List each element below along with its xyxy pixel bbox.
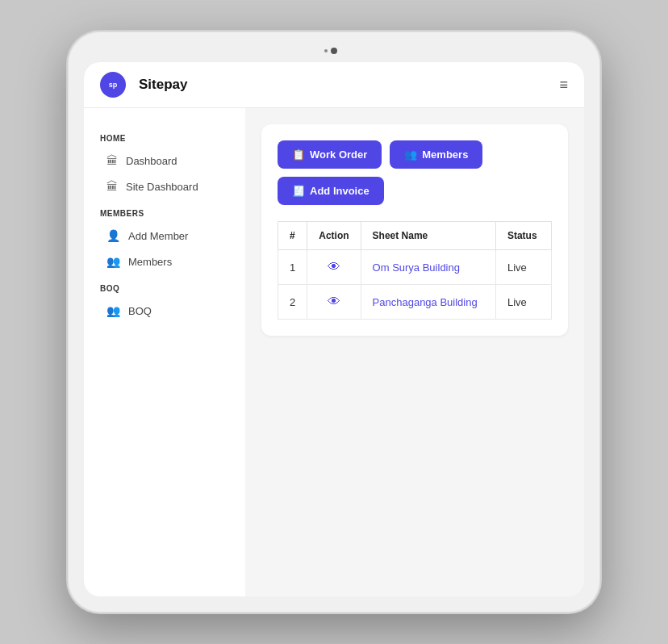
boq-icon: 👥 <box>106 304 120 317</box>
sidebar-item-site-dashboard[interactable]: 🏛 Site Dashboard <box>84 174 245 199</box>
main-layout: HOME 🏛 Dashboard 🏛 Site Dashboard MEMBER… <box>84 108 584 596</box>
col-header-action: Action <box>307 222 361 250</box>
site-dashboard-icon: 🏛 <box>106 180 118 193</box>
members-btn-icon: 👥 <box>404 148 417 161</box>
sheet-name-link[interactable]: Panchaganga Building <box>373 296 478 308</box>
camera <box>331 48 337 54</box>
sheet-name-link[interactable]: Om Surya Building <box>373 261 460 274</box>
col-header-num: # <box>278 222 307 250</box>
work-order-icon: 📋 <box>292 148 305 161</box>
action-buttons: 📋 Work Order 👥 Members 🧾 Add Invoice <box>278 140 552 205</box>
top-nav: sp Sitepay ≡ <box>84 62 584 108</box>
view-icon[interactable]: 👁 <box>328 295 340 308</box>
members-button[interactable]: 👥 Members <box>390 140 482 169</box>
data-table: # Action Sheet Name Status 1 👁 <box>278 221 552 320</box>
sidebar-item-label: BOQ <box>128 305 152 317</box>
view-icon[interactable]: 👁 <box>328 260 340 274</box>
col-header-status: Status <box>495 222 551 250</box>
sidebar-item-label: Members <box>128 256 172 268</box>
tablet-frame: sp Sitepay ≡ HOME 🏛 Dashboard 🏛 Site Das… <box>68 31 600 613</box>
add-invoice-button[interactable]: 🧾 Add Invoice <box>278 177 384 205</box>
sidebar-item-label: Add Member <box>128 230 188 242</box>
sidebar-section-boq: BOQ <box>84 274 245 298</box>
sidebar: HOME 🏛 Dashboard 🏛 Site Dashboard MEMBER… <box>84 108 245 596</box>
members-icon: 👥 <box>106 255 120 268</box>
hamburger-icon[interactable]: ≡ <box>559 77 568 94</box>
tablet-screen: sp Sitepay ≡ HOME 🏛 Dashboard 🏛 Site Das… <box>84 62 584 596</box>
action-cell: 👁 <box>307 285 361 320</box>
add-invoice-icon: 🧾 <box>292 185 305 197</box>
work-order-button[interactable]: 📋 Work Order <box>278 140 382 169</box>
content-card: 📋 Work Order 👥 Members 🧾 Add Invoice <box>261 124 568 336</box>
sidebar-item-dashboard[interactable]: 🏛 Dashboard <box>84 148 245 174</box>
status-cell: Live <box>495 250 551 285</box>
sidebar-item-label: Dashboard <box>126 155 177 167</box>
dashboard-icon: 🏛 <box>106 154 118 167</box>
row-num: 1 <box>278 250 307 285</box>
sheet-name-cell: Om Surya Building <box>361 250 495 285</box>
sidebar-section-home: HOME <box>84 124 245 148</box>
content-area: 📋 Work Order 👥 Members 🧾 Add Invoice <box>245 108 584 596</box>
table-row: 1 👁 Om Surya Building Live <box>278 250 552 285</box>
add-invoice-label: Add Invoice <box>310 185 369 197</box>
work-order-label: Work Order <box>310 148 367 161</box>
logo: sp <box>100 72 126 98</box>
sidebar-item-add-member[interactable]: 👤 Add Member <box>84 223 245 249</box>
sidebar-section-members: MEMBERS <box>84 199 245 223</box>
col-header-sheet-name: Sheet Name <box>361 222 495 250</box>
status-cell: Live <box>495 285 551 320</box>
add-member-icon: 👤 <box>106 229 120 242</box>
app-title: Sitepay <box>139 77 546 93</box>
sidebar-item-boq[interactable]: 👥 BOQ <box>84 298 245 324</box>
members-label: Members <box>422 148 468 161</box>
table-row: 2 👁 Panchaganga Building Live <box>278 285 552 320</box>
sidebar-item-label: Site Dashboard <box>126 181 198 193</box>
sidebar-item-members[interactable]: 👥 Members <box>84 249 245 274</box>
action-cell: 👁 <box>307 250 361 285</box>
row-num: 2 <box>278 285 307 320</box>
sheet-name-cell: Panchaganga Building <box>361 285 495 320</box>
